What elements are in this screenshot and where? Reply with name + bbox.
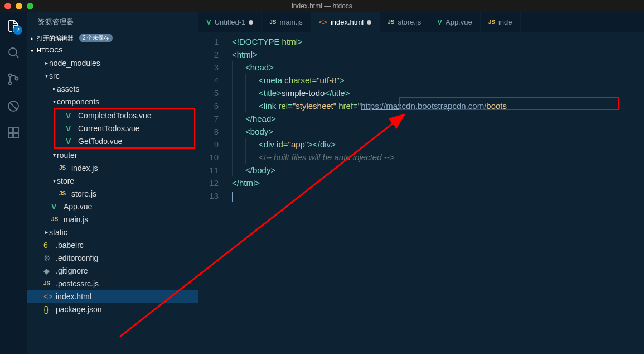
unsaved-dot [249, 20, 253, 25]
code-line: </html> [232, 176, 644, 189]
tree-item[interactable]: ◆.gitignore [27, 264, 198, 277]
code-line: <!-- built files will be auto injected -… [232, 151, 644, 164]
search-icon[interactable] [6, 45, 21, 60]
explorer-icon[interactable]: 2 [6, 18, 21, 34]
debug-icon[interactable] [6, 98, 21, 114]
js-icon: JS [59, 190, 69, 197]
chevron-right-icon: ▸ [29, 35, 35, 41]
svg-rect-8 [14, 133, 18, 138]
code-line: <html> [232, 48, 644, 61]
tab-label: main.js [280, 18, 303, 26]
vue-icon: V [51, 202, 61, 211]
tab-label: index.html [331, 18, 364, 26]
code-line: <head> [232, 61, 644, 74]
file-label: App.vue [64, 202, 92, 211]
babel-icon: 6 [43, 241, 54, 250]
code-line: <title>simple-todo</title> [232, 87, 644, 99]
folder-label: assets [57, 84, 79, 93]
tab-label: store.js [398, 18, 421, 26]
js-icon: JS [43, 280, 54, 286]
tree-item[interactable]: ⚙.editorconfig [27, 251, 198, 264]
vue-icon: V [66, 137, 76, 146]
file-label: .postcssrc.js [56, 279, 99, 288]
close-button[interactable] [4, 3, 11, 9]
tree-item[interactable]: VGetTodo.vue [55, 135, 194, 147]
chevron-down-icon: ▾ [29, 47, 35, 54]
code-line: <body> [232, 125, 644, 138]
tab-appvue[interactable]: VApp.vue [429, 12, 480, 32]
code-line: <!DOCTYPE html> [232, 35, 644, 48]
tree-item[interactable]: ▾store [27, 174, 198, 187]
html-icon: <> [319, 18, 327, 26]
file-label: .editorconfig [56, 253, 98, 262]
tree-item[interactable]: ▸node_modules [27, 56, 198, 69]
tree-item[interactable]: JSindex.js [27, 161, 198, 174]
tab-extra[interactable]: JSinde [481, 12, 521, 32]
folder-label: src [49, 71, 60, 80]
line-number: 9 [198, 138, 219, 151]
tree-item[interactable]: VCompletedTodos.vue [55, 109, 194, 122]
tab-label: App.vue [446, 18, 472, 26]
svg-point-2 [9, 74, 12, 77]
folder-label: router [57, 151, 78, 160]
code-line [232, 189, 644, 202]
minimize-button[interactable] [16, 3, 22, 9]
file-label: CompletedTodos.vue [78, 111, 152, 120]
svg-rect-6 [8, 128, 13, 132]
tree-item[interactable]: JSstore.js [27, 187, 198, 200]
extensions-icon[interactable] [6, 125, 21, 141]
tree-item[interactable]: ▾src [27, 69, 198, 82]
tree-item[interactable]: <>index.html [27, 290, 198, 303]
scm-icon[interactable] [6, 71, 21, 87]
line-number: 3 [198, 61, 219, 74]
tree-item[interactable]: ▾router [27, 149, 198, 161]
code-editor[interactable]: 1 2 3 4 5 6 7 8 9 10 11 12 13 <!DOCTYPE … [198, 32, 644, 354]
maximize-button[interactable] [27, 3, 33, 9]
tree-item[interactable]: {}package.json [27, 303, 198, 315]
tab-indexhtml[interactable]: <>index.html [311, 12, 380, 32]
file-label: GetTodo.vue [78, 137, 122, 146]
window-title-bar: index.html — htdocs [0, 0, 644, 12]
line-number: 12 [198, 176, 219, 189]
vue-icon: V [66, 111, 76, 120]
file-label: main.js [64, 215, 88, 224]
tree-item[interactable]: JS.postcssrc.js [27, 277, 198, 290]
tab-untitled[interactable]: VUntitled-1 [198, 12, 262, 32]
folder-label: static [49, 228, 67, 237]
js-icon: JS [59, 165, 69, 171]
html-icon: <> [43, 292, 54, 301]
tab-label: inde [498, 18, 512, 26]
tree-item[interactable]: VCurrentTodos.vue [55, 122, 194, 135]
editor-area: VUntitled-1 JSmain.js <>index.html JSsto… [198, 12, 644, 354]
open-editors-section[interactable]: ▸ 打开的编辑器 2 个未保存 [27, 32, 198, 44]
project-label: HTDOCS [37, 47, 62, 54]
code-line: <div id="app"></div> [232, 138, 644, 151]
line-number: 4 [198, 74, 219, 87]
line-number: 1 [198, 35, 219, 48]
tree-item[interactable]: ▾components [27, 95, 198, 108]
line-number: 5 [198, 87, 219, 99]
file-label: index.js [71, 164, 98, 173]
tab-storejs[interactable]: JSstore.js [380, 12, 429, 32]
code-line: <link rel="stylesheet" href="https://max… [232, 99, 644, 112]
tree-item[interactable]: ▸static [27, 226, 198, 238]
tree-item[interactable]: ▸assets [27, 82, 198, 95]
svg-point-3 [9, 82, 12, 85]
tree-item[interactable]: VApp.vue [27, 200, 198, 213]
tab-mainjs[interactable]: JSmain.js [262, 12, 311, 32]
file-label: package.json [56, 305, 102, 314]
json-icon: {} [43, 305, 54, 314]
window-title: index.html — htdocs [292, 2, 352, 10]
file-label: index.html [56, 292, 91, 301]
tree-item[interactable]: 6.babelrc [27, 238, 198, 251]
vue-icon: V [66, 124, 76, 133]
vue-icon: V [206, 18, 211, 26]
line-number: 13 [198, 189, 219, 202]
vue-icon: V [437, 18, 442, 26]
project-section[interactable]: ▾ HTDOCS [27, 44, 198, 56]
tree-item[interactable]: JSmain.js [27, 213, 198, 226]
cursor [232, 192, 233, 202]
code-content[interactable]: <!DOCTYPE html> <html> <head> <meta char… [232, 35, 644, 354]
gear-icon: ⚙ [43, 253, 54, 262]
git-icon: ◆ [43, 266, 54, 275]
